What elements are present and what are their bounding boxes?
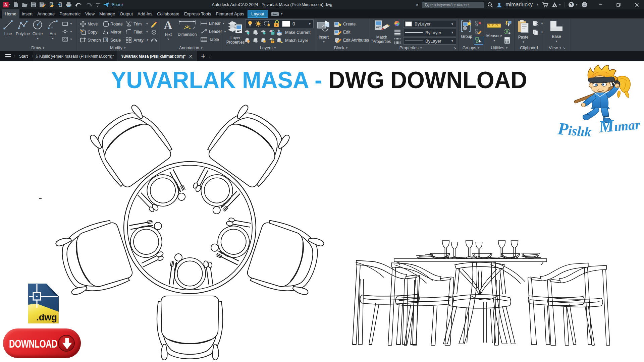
svg-text:.dwg: .dwg xyxy=(36,312,57,322)
svg-text:?: ? xyxy=(570,2,572,7)
svg-text:A: A xyxy=(4,3,7,7)
svg-text:A: A xyxy=(164,20,172,31)
